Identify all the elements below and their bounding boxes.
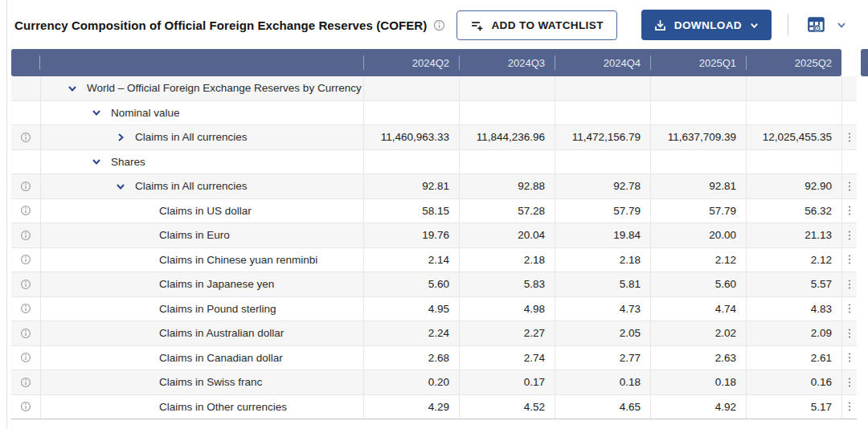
page-title: Currency Composition of Official Foreign…: [14, 18, 427, 32]
value-cell: 5.57: [746, 272, 841, 296]
value-cell: 5.60: [363, 272, 459, 296]
row-label-cell[interactable]: Claims in All currencies: [40, 125, 363, 149]
row-menu-button[interactable]: [841, 248, 857, 272]
row-label: Claims in All currencies: [135, 131, 248, 143]
table-row: Claims in Pound sterling4.954.984.734.74…: [11, 297, 857, 322]
value-cell: 4.29: [363, 395, 459, 419]
value-cell: 0.18: [555, 370, 650, 394]
title-info-icon[interactable]: [433, 19, 445, 31]
chevron-down-icon[interactable]: [115, 181, 126, 192]
chevron-down-icon[interactable]: [67, 83, 78, 94]
value-cell: [555, 101, 650, 125]
row-menu-button[interactable]: [841, 174, 857, 198]
value-cell: 20.04: [459, 223, 555, 247]
value-cell: 58.15: [363, 199, 459, 223]
row-info-icon[interactable]: [11, 370, 40, 394]
value-cell: 4.83: [746, 297, 841, 321]
value-cell: 4.52: [459, 395, 555, 419]
value-cell: 57.79: [650, 199, 746, 223]
table-row: Claims in US dollar58.1557.2857.7957.795…: [11, 199, 857, 224]
row-info-icon[interactable]: [11, 125, 40, 149]
row-info-icon[interactable]: [11, 321, 40, 345]
row-label-cell: Claims in Japanese yen: [40, 272, 363, 296]
row-info-icon[interactable]: [11, 297, 40, 321]
value-cell: [650, 76, 746, 100]
value-cell: 5.60: [650, 272, 746, 296]
table-row: Claims in Japanese yen5.605.835.815.605.…: [11, 272, 857, 297]
value-cell: 2.27: [459, 321, 555, 345]
row-info-icon[interactable]: [11, 395, 40, 419]
value-cell: [650, 101, 746, 125]
value-cell: 0.18: [650, 370, 746, 394]
value-cell: 4.73: [555, 297, 650, 321]
row-menu-button[interactable]: [841, 346, 857, 370]
row-menu-button[interactable]: [841, 272, 857, 296]
row-info-icon[interactable]: [11, 199, 40, 223]
row-info-icon[interactable]: [11, 174, 40, 198]
column-header-2024Q4: 2024Q4: [555, 49, 650, 76]
row-label: Shares: [111, 156, 145, 168]
row-info-icon[interactable]: [11, 223, 40, 247]
value-cell: 2.63: [650, 346, 746, 370]
playlist-add-icon: [470, 18, 484, 32]
row-menu-cell-empty: [841, 76, 857, 100]
row-menu-button[interactable]: [841, 297, 857, 321]
row-label-cell[interactable]: World – Official Foreign Exchange Reserv…: [40, 76, 363, 100]
row-label: Claims in Canadian dollar: [159, 352, 283, 364]
chevron-right-icon[interactable]: [115, 132, 126, 143]
download-button[interactable]: DOWNLOAD: [641, 10, 772, 40]
cofer-widget: Currency Composition of Official Foreign…: [0, 0, 868, 429]
row-label: Claims in Australian dollar: [159, 327, 284, 339]
table-row: Claims in All currencies92.8192.8892.789…: [11, 174, 857, 199]
row-label-cell: Claims in US dollar: [40, 199, 363, 223]
row-menu-button[interactable]: [841, 370, 857, 394]
chevron-down-icon[interactable]: [91, 156, 102, 167]
row-label-cell[interactable]: Shares: [40, 150, 363, 174]
value-cell: 2.09: [746, 321, 841, 345]
row-menu-button[interactable]: [841, 199, 857, 223]
table-settings-button[interactable]: ⚙: [801, 14, 852, 35]
row-label: Claims in US dollar: [159, 205, 252, 217]
value-cell: 57.28: [459, 199, 555, 223]
column-header-2024Q3: 2024Q3: [459, 49, 555, 76]
value-cell: 2.68: [363, 346, 459, 370]
column-header-2025Q1: 2025Q1: [650, 49, 746, 76]
row-menu-button[interactable]: [841, 223, 857, 247]
info-circle-icon: [433, 19, 445, 31]
value-cell: 92.81: [650, 174, 746, 198]
value-cell: [746, 101, 841, 125]
row-label-cell[interactable]: Nominal value: [40, 101, 363, 125]
row-menu-button[interactable]: [841, 125, 857, 149]
row-info-icon[interactable]: [11, 346, 40, 370]
row-label-cell[interactable]: Claims in All currencies: [40, 174, 363, 198]
row-label: World – Official Foreign Exchange Reserv…: [87, 82, 362, 94]
value-cell: 4.92: [650, 395, 746, 419]
download-icon: [653, 18, 667, 32]
row-info-icon[interactable]: [11, 248, 40, 272]
value-cell: 2.61: [746, 346, 841, 370]
value-cell: 92.81: [363, 174, 459, 198]
value-cell: [363, 150, 459, 174]
row-menu-button[interactable]: [841, 395, 857, 419]
table-row: World – Official Foreign Exchange Reserv…: [11, 76, 857, 101]
value-cell: 11,637,709.39: [650, 125, 746, 149]
value-cell: 57.79: [555, 199, 650, 223]
value-cell: 4.95: [363, 297, 459, 321]
gear-icon: ⚙: [813, 24, 821, 33]
value-cell: 2.18: [555, 248, 650, 272]
value-cell: [459, 150, 555, 174]
add-to-watchlist-button[interactable]: ADD TO WATCHLIST: [457, 10, 616, 40]
row-label-cell: Claims in Swiss franc: [40, 370, 363, 394]
value-cell: 92.78: [555, 174, 650, 198]
value-cell: 4.65: [555, 395, 650, 419]
chevron-down-icon[interactable]: [91, 107, 102, 118]
column-header-2025Q2: 2025Q2: [746, 49, 841, 76]
row-menu-button[interactable]: [841, 321, 857, 345]
table-body: World – Official Foreign Exchange Reserv…: [11, 76, 857, 419]
value-cell: 2.14: [363, 248, 459, 272]
chevron-down-icon: [836, 19, 847, 31]
value-cell: 2.02: [650, 321, 746, 345]
row-info-icon[interactable]: [11, 272, 40, 296]
chevron-down-icon: [749, 20, 760, 31]
value-cell: [459, 101, 555, 125]
